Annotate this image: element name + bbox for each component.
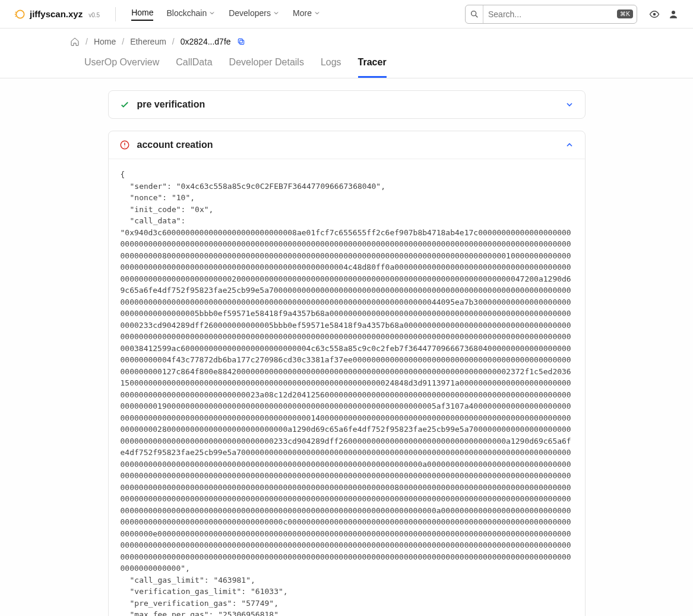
logo-icon [14,8,26,20]
check-icon [119,99,130,110]
brand-logo[interactable]: jiffyscan.xyz v0.5 [14,8,100,20]
tab-calldata[interactable]: CallData [176,57,212,78]
breadcrumb: / Home / Ethereum / 0x2824...d7fe [0,29,693,52]
json-field-verification-gas-limit: "verification_gas_limit": "61033", [121,586,573,598]
panel-title: pre verification [137,99,558,110]
panel-body: { "sender": "0x4c63c558a85c9c0C2FEB7F364… [109,159,585,616]
json-brace: { [121,169,573,181]
crumb-sep: / [172,37,175,46]
tab-logs[interactable]: Logs [321,57,341,78]
tab-tracer[interactable]: Tracer [358,57,387,78]
chevron-down-icon [565,100,574,109]
crumb-sep: / [122,37,124,46]
panel-header[interactable]: account creation [109,131,585,159]
svg-point-0 [16,10,24,18]
search-icon [470,10,479,19]
tab-devdetails[interactable]: Developer Details [229,57,304,78]
brand-version: v0.5 [88,12,100,18]
json-field-sender: "sender": "0x4c63c558a85c9c0C2FEB7F36447… [121,181,573,192]
nav-blockchain[interactable]: Blockchain [166,8,216,20]
json-field-max-fee-per-gas: "max_fee_per_gas": "25306956818", [121,609,573,616]
copy-icon[interactable] [237,37,245,46]
chevron-down-icon [208,10,216,17]
search-box[interactable]: ⌘K [465,5,637,24]
svg-point-3 [672,11,675,14]
crumb-chain[interactable]: Ethereum [130,37,166,46]
panel-header[interactable]: pre verification [109,91,585,118]
json-field-call-gas-limit: "call_gas_limit": "463981", [121,574,573,586]
top-header: jiffyscan.xyz v0.5 Home Blockchain Devel… [0,0,693,29]
svg-point-2 [653,12,656,15]
error-icon [119,140,130,150]
brand-name: jiffyscan.xyz [30,9,83,19]
panel-pre-verification: pre verification [108,90,586,119]
svg-rect-5 [238,39,242,43]
user-icon[interactable] [668,9,679,20]
crumb-home[interactable]: Home [94,37,116,46]
nav-label: Developers [229,8,271,18]
chevron-up-icon [565,140,574,150]
nav-label: Blockchain [166,8,207,18]
crumb-sep: / [86,37,88,46]
visibility-icon[interactable] [649,9,660,20]
nav-more[interactable]: More [293,8,321,20]
panel-title: account creation [137,140,558,150]
search-input[interactable] [483,10,617,19]
panel-account-creation: account creation { "sender": "0x4c63c558… [108,131,586,616]
search-shortcut: ⌘K [617,10,633,18]
json-field-call-data-label: "call_data": [121,215,573,227]
divider [115,7,116,21]
crumb-current: 0x2824...d7fe [181,37,231,46]
json-field-call-data-value: "0x940d3c60000000000000000000000000008ae… [121,227,573,574]
json-field-init-code: "init_code": "0x", [121,204,573,216]
search-icon-box[interactable] [466,5,483,23]
home-icon[interactable] [70,37,80,46]
nav-home[interactable]: Home [131,8,153,21]
tracer-content: pre verification account creation { "sen… [0,78,693,616]
chevron-down-icon [273,10,280,17]
tab-overview[interactable]: UserOp Overview [84,57,159,78]
svg-rect-4 [239,40,243,45]
chevron-down-icon [314,10,321,17]
json-field-pre-verification-gas: "pre_verification_gas": "57749", [121,598,573,609]
nav-label: More [293,8,312,18]
nav-developers[interactable]: Developers [229,8,280,20]
detail-tabs: UserOp Overview CallData Developer Detai… [0,52,693,78]
json-field-nonce: "nonce": "10", [121,192,573,204]
main-nav: Home Blockchain Developers More [131,8,321,21]
svg-point-1 [471,11,476,15]
